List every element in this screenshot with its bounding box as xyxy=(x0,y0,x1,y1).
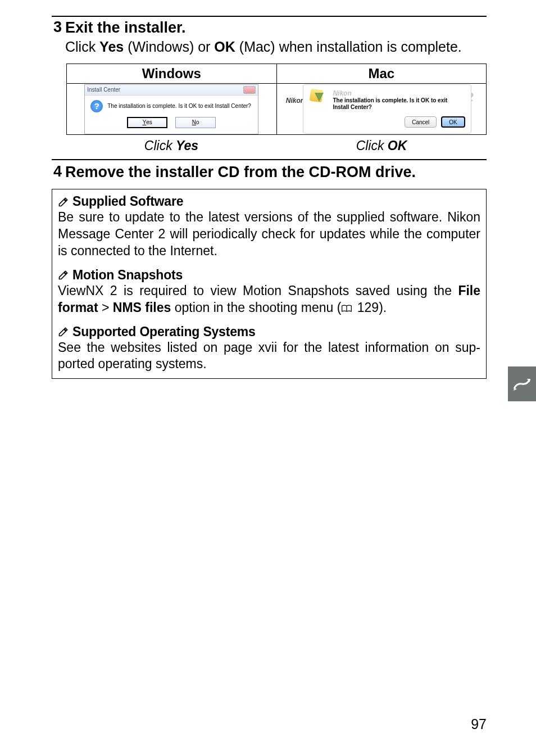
t: Y xyxy=(143,119,147,125)
t: Nikon xyxy=(286,97,305,105)
note-1-text: Be sure to update to the latest versions… xyxy=(58,209,480,260)
step-3-text: Click Yes (Windows) or OK (Mac) when ins… xyxy=(65,38,487,56)
windows-dialog-buttons: Yes No xyxy=(85,114,258,134)
mac-caption: Click OK xyxy=(276,138,487,153)
t: Click xyxy=(65,39,99,55)
mac-dialog-message: The installation is complete. Is it OK t… xyxy=(333,97,465,111)
note-3-head: Supported Operating Systems xyxy=(58,324,480,339)
step-3-title: Exit the installer. xyxy=(65,19,487,37)
note-2-title: Motion Snapshots xyxy=(72,268,183,283)
mac-dialog-buttons: Cancel OK xyxy=(309,116,465,128)
t: (Windows) or xyxy=(124,39,214,55)
mac-dialog-text-col: Nikon The installation is complete. Is i… xyxy=(333,89,465,111)
step-3: 3 Exit the installer. Click Yes (Windows… xyxy=(52,19,487,56)
installer-icon xyxy=(309,89,326,110)
note-1-head: Supplied Software xyxy=(58,194,480,209)
step-4-number: 4 xyxy=(52,164,62,180)
t: ViewNX 2 is required to view Motion Snap… xyxy=(58,283,458,298)
windows-dialog-message: The installation is complete. Is it OK t… xyxy=(107,103,251,109)
page-number: 97 xyxy=(471,716,487,732)
yes-button[interactable]: Yes xyxy=(127,117,167,128)
t: Click xyxy=(144,138,176,153)
spacer xyxy=(58,260,480,268)
os-columns: Windows Install Center ? The installatio… xyxy=(66,64,487,135)
windows-body: Install Center ? The installation is com… xyxy=(67,84,276,134)
no-button[interactable]: No xyxy=(175,117,216,128)
t: o xyxy=(196,119,199,125)
step-3-number: 3 xyxy=(52,19,62,36)
t: Click xyxy=(356,138,388,153)
side-tab xyxy=(508,366,536,401)
question-icon: ? xyxy=(90,100,103,112)
nikon-small: Nikon xyxy=(333,89,465,97)
rule-mid xyxy=(52,159,487,160)
connection-icon xyxy=(512,374,532,394)
windows-dialog-title: Install Center xyxy=(87,87,120,93)
book-icon xyxy=(341,304,352,313)
windows-dialog-titlebar: Install Center xyxy=(85,85,258,96)
pencil-icon xyxy=(58,326,69,337)
t: OK xyxy=(388,138,407,153)
note-3-title: Supported Operating Systems xyxy=(72,324,256,339)
step-4-title: Remove the installer CD from the CD-ROM … xyxy=(65,164,487,181)
t: option in the shooting menu ( xyxy=(171,300,341,315)
windows-column: Windows Install Center ? The installatio… xyxy=(67,64,276,134)
t: > xyxy=(98,300,113,315)
spacer xyxy=(58,316,480,324)
step-3-body: Exit the installer. Click Yes (Windows) … xyxy=(65,19,487,56)
pencil-icon xyxy=(58,269,69,280)
t: es xyxy=(146,119,152,125)
note-1-title: Supplied Software xyxy=(72,194,183,209)
close-icon[interactable] xyxy=(243,86,256,94)
note-2-text: ViewNX 2 is required to view Motion Snap… xyxy=(58,283,480,316)
note-3-text: See the websites listed on page xvii for… xyxy=(58,339,480,373)
mac-heading: Mac xyxy=(277,64,487,84)
mac-body: Nikon ® IX 2 Nikon The installation is c… xyxy=(277,84,487,134)
windows-dialog-content: ? The installation is complete. Is it OK… xyxy=(85,96,258,114)
os-captions: Click Yes Click OK xyxy=(66,138,487,153)
ok-bold: OK xyxy=(214,39,235,55)
pencil-icon xyxy=(58,196,69,207)
mac-dialog-row: Nikon The installation is complete. Is i… xyxy=(309,89,465,111)
page-ref: 129 xyxy=(357,300,379,315)
notes-box: Supplied Software Be sure to update to t… xyxy=(52,189,487,379)
t: N xyxy=(192,119,196,125)
windows-caption: Click Yes xyxy=(66,138,276,153)
ok-button[interactable]: OK xyxy=(441,116,465,128)
nms-files-bold: NMS files xyxy=(113,300,171,315)
yes-bold: Yes xyxy=(99,39,124,55)
windows-dialog: Install Center ? The installation is com… xyxy=(84,84,258,134)
step-4: 4 Remove the installer CD from the CD-RO… xyxy=(52,164,487,181)
t: Yes xyxy=(176,138,198,153)
cancel-button[interactable]: Cancel xyxy=(405,116,437,128)
mac-dialog-wrap: Nikon ® IX 2 Nikon The installation is c… xyxy=(286,84,477,134)
mac-dialog: Nikon The installation is complete. Is i… xyxy=(303,84,471,134)
mac-column: Mac Nikon ® IX 2 Nikon The installation … xyxy=(276,64,487,134)
t: (Mac) when installation is com­plete. xyxy=(235,39,462,55)
t: ). xyxy=(379,300,387,315)
rule-top xyxy=(52,16,487,17)
note-2-head: Motion Snapshots xyxy=(58,268,480,283)
windows-heading: Windows xyxy=(67,64,276,84)
step-4-body: Remove the installer CD from the CD-ROM … xyxy=(65,164,487,181)
